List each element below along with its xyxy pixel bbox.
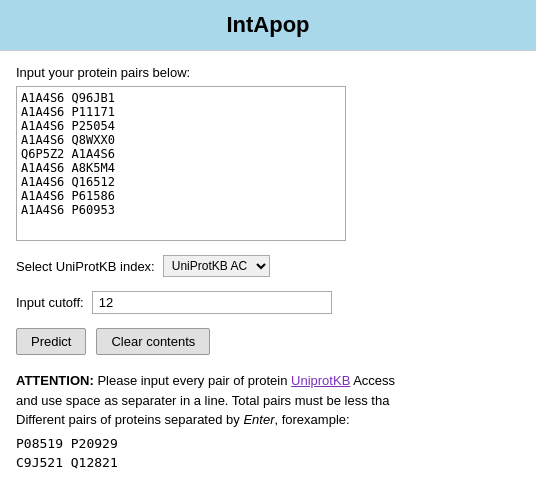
predict-button[interactable]: Predict [16, 328, 86, 355]
example-block: P08519 P20929 C9J521 Q12821 [16, 434, 520, 473]
example-line2: C9J521 Q12821 [16, 453, 520, 473]
buttons-row: Predict Clear contents [16, 328, 520, 355]
uniprot-label: Select UniProtKB index: [16, 259, 155, 274]
protein-pairs-input[interactable]: A1A4S6 Q96JB1 A1A4S6 P11171 A1A4S6 P2505… [16, 86, 346, 241]
clear-button[interactable]: Clear contents [96, 328, 210, 355]
cutoff-row: Input cutoff: [16, 291, 520, 314]
attention-label: ATTENTION: [16, 373, 94, 388]
uniprot-row: Select UniProtKB index: UniProtKB AC [16, 255, 520, 277]
cutoff-label: Input cutoff: [16, 295, 84, 310]
attention-text2: Access [353, 373, 395, 388]
input-label: Input your protein pairs below: [16, 65, 520, 80]
attention-text3: and use space as separater in a line. To… [16, 393, 389, 408]
uniprotkb-link[interactable]: UniprotKB [291, 373, 350, 388]
attention-text4: Different pairs of proteins separated by… [16, 412, 350, 427]
attention-block: ATTENTION: Please input every pair of pr… [16, 371, 520, 473]
app-title: IntApop [0, 0, 536, 51]
attention-text1: Please input every pair of protein [97, 373, 291, 388]
main-content: Input your protein pairs below: A1A4S6 Q… [0, 51, 536, 487]
cutoff-input[interactable] [92, 291, 332, 314]
example-line1: P08519 P20929 [16, 434, 520, 454]
uniprot-select[interactable]: UniProtKB AC [163, 255, 270, 277]
